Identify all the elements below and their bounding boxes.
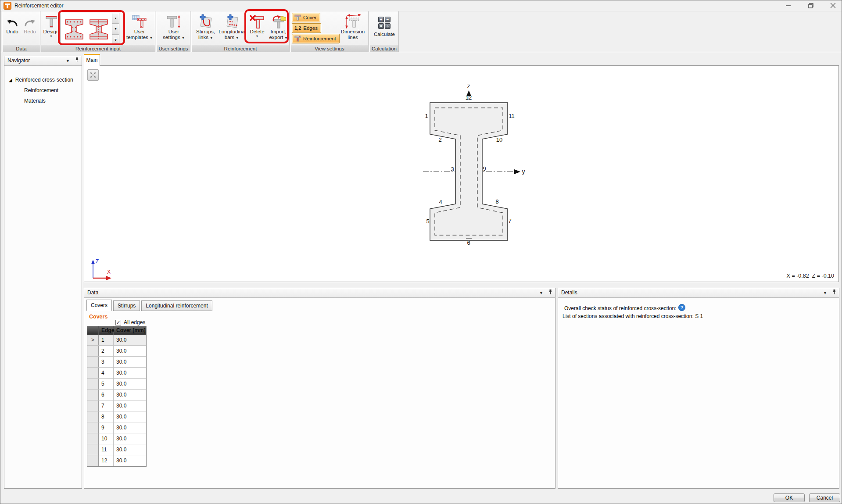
row-selector[interactable] [87, 422, 99, 433]
help-icon[interactable]: ? [678, 304, 685, 312]
covers-table-row[interactable]: 230.0 [87, 346, 146, 357]
covers-table-row[interactable]: 730.0 [87, 400, 146, 411]
gallery-scroll-down-button[interactable]: ▼ [112, 24, 119, 34]
covers-table-row[interactable]: 930.0 [87, 422, 146, 433]
template-i-section-bars[interactable] [63, 16, 86, 43]
design-button[interactable]: Design ▼ [42, 13, 60, 44]
calculate-button[interactable]: +−×÷ Calculate [371, 13, 398, 44]
covers-table-row[interactable]: 1230.0 [87, 455, 146, 466]
row-selector[interactable] [87, 455, 99, 466]
covers-table-row[interactable]: 430.0 [87, 368, 146, 379]
tab-longitudinal-reinforcement[interactable]: Longitudinal reinforcement [141, 300, 212, 311]
row-selector[interactable] [87, 433, 99, 444]
tree-expander-icon[interactable]: ◢ [9, 78, 12, 82]
import-export-icon [271, 13, 286, 29]
data-panel-pin-icon[interactable] [548, 289, 552, 298]
user-templates-button[interactable]: User templates ▼ [125, 13, 154, 44]
row-selector[interactable] [87, 368, 99, 378]
redo-button[interactable]: Redo [21, 13, 38, 44]
row-selector[interactable]: > [87, 335, 99, 345]
cell-cover[interactable]: 30.0 [114, 357, 146, 367]
all-edges-checkbox[interactable]: ✓ [115, 320, 121, 325]
row-selector[interactable] [87, 411, 99, 422]
details-panel-dropdown-icon[interactable]: ▼ [823, 289, 827, 298]
cell-cover[interactable]: 30.0 [114, 433, 146, 444]
longitudinal-bars-button[interactable]: Longitudina bars ▼ [219, 13, 244, 44]
covers-table: Edge Cover [mm] >130.0230.0330.0430.0530… [87, 326, 147, 467]
row-selector[interactable] [87, 400, 99, 411]
details-panel-title: Details [561, 290, 577, 296]
edge-label-10: 10 [496, 136, 502, 143]
ribbon-group-user-settings: User settings ▼ User settings [156, 11, 190, 52]
edges-toggle[interactable]: 1,2 Edges [292, 23, 321, 33]
cell-cover[interactable]: 30.0 [114, 379, 146, 389]
stirrups-links-label-2: links ▼ [198, 35, 213, 40]
covers-table-row[interactable]: 830.0 [87, 411, 146, 422]
cell-cover[interactable]: 30.0 [114, 346, 146, 356]
edge-label-2: 2 [438, 136, 441, 143]
tab-stirrups[interactable]: Stirrups [113, 300, 140, 311]
delete-label: Delete [250, 29, 264, 35]
ok-button[interactable]: OK [774, 493, 805, 502]
cell-cover[interactable]: 30.0 [114, 422, 146, 433]
minimize-button[interactable] [781, 0, 795, 11]
cell-cover[interactable]: 30.0 [114, 368, 146, 378]
restore-button[interactable] [803, 0, 818, 11]
navigator-pin-icon[interactable] [75, 57, 79, 66]
row-selector[interactable] [87, 444, 99, 455]
edges-toggle-icon: 1,2 [294, 25, 301, 31]
covers-table-row[interactable]: 1030.0 [87, 433, 146, 444]
covers-table-row[interactable]: >130.0 [87, 335, 146, 346]
covers-table-row[interactable]: 530.0 [87, 379, 146, 390]
reinforcement-toggle[interactable]: Reinforcement [292, 34, 340, 43]
details-panel-pin-icon[interactable] [832, 289, 836, 298]
data-panel-dropdown-icon[interactable]: ▼ [539, 289, 543, 298]
cell-edge: 10 [99, 433, 114, 444]
row-selector[interactable] [87, 390, 99, 400]
template-i-section-stirrups[interactable] [87, 16, 110, 43]
user-settings-button[interactable]: User settings ▼ [160, 13, 188, 44]
close-button[interactable] [825, 0, 840, 11]
navigator-dropdown-icon[interactable]: ▼ [66, 57, 70, 66]
dimension-lines-button[interactable]: Dimension lines [338, 13, 367, 44]
delete-button[interactable]: Delete ▼ [247, 13, 267, 44]
tree-item-reinforcement[interactable]: Reinforcement [24, 87, 58, 93]
edge-label-6: 6 [467, 239, 470, 246]
navigator-panel: Navigator ▼ ◢Reinforced cross-section Re… [4, 56, 82, 489]
covers-table-row[interactable]: 630.0 [87, 390, 146, 400]
gallery-scroll-up-button[interactable]: ▲ [112, 13, 119, 24]
details-sections-list-text: List of sections associated with reinfor… [563, 313, 703, 319]
undo-button[interactable]: Undo [4, 13, 21, 44]
row-selector[interactable] [87, 357, 99, 367]
covers-table-row[interactable]: 1130.0 [87, 444, 146, 455]
cover-toggle[interactable]: Cover [292, 13, 320, 22]
cancel-button[interactable]: Cancel [809, 493, 840, 502]
row-selector[interactable] [87, 346, 99, 356]
cell-cover[interactable]: 30.0 [114, 411, 146, 422]
column-header-selector [87, 326, 99, 335]
covers-table-row[interactable]: 330.0 [87, 357, 146, 368]
data-panel-title: Data [87, 290, 98, 296]
tab-covers[interactable]: Covers [86, 300, 112, 311]
row-selector[interactable] [87, 379, 99, 389]
user-templates-label-2: templates ▼ [126, 35, 153, 40]
cell-cover[interactable]: 30.0 [114, 335, 146, 345]
details-panel: Details ▼ Overall check status of reinfo… [558, 288, 839, 489]
tab-main[interactable]: Main [84, 54, 100, 66]
delete-dropdown-icon: ▼ [256, 35, 259, 38]
edge-label-3: 3 [451, 166, 454, 172]
drawing-canvas[interactable]: z y 123456789101112 Z X X = -0.82 Z = -0… [84, 65, 839, 282]
gallery-expand-button[interactable]: ▼ [112, 35, 119, 45]
tree-item-reinforced-cross-section[interactable]: ◢Reinforced cross-section [9, 77, 73, 83]
user-templates-label-1: User [134, 29, 145, 35]
import-export-button[interactable]: Import, export ▼ [268, 13, 289, 44]
data-panel-header: Data ▼ [84, 288, 555, 298]
data-panel: Data ▼ Covers Stirrups Longitudinal rein… [84, 288, 555, 489]
tree-item-materials[interactable]: Materials [24, 98, 46, 104]
ribbon-group-reinforcement-input: Design ▼ ▲ ▼ [41, 11, 155, 52]
cell-cover[interactable]: 30.0 [114, 455, 146, 466]
stirrups-links-button[interactable]: Stirrups, links ▼ [193, 13, 218, 44]
cell-cover[interactable]: 30.0 [114, 444, 146, 455]
cell-cover[interactable]: 30.0 [114, 400, 146, 411]
cell-cover[interactable]: 30.0 [114, 390, 146, 400]
